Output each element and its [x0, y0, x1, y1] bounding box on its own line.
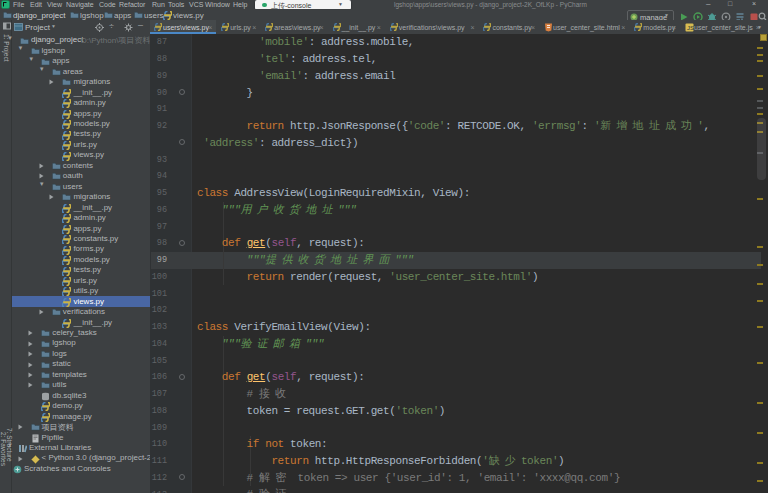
svg-text:JS: JS [687, 25, 694, 31]
